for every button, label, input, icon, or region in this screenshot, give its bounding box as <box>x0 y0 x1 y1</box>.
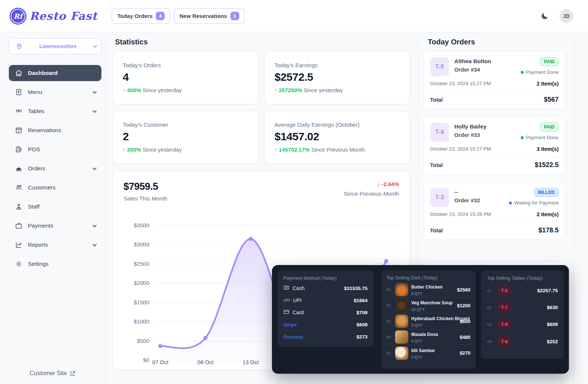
svg-text:$3000: $3000 <box>134 241 149 247</box>
status-badge: PAID <box>540 123 559 131</box>
sidebar-item-orders[interactable]: Orders <box>9 160 101 177</box>
divider <box>430 222 559 222</box>
sidebar-item-pos[interactable]: POS <box>9 141 101 157</box>
sidebar-item-customers[interactable]: Customers <box>9 180 101 196</box>
sidebar-item-label: Orders <box>28 165 45 172</box>
calendar-check-icon <box>15 127 23 134</box>
payment-method-panel: Payment Method (Today) Cash $31535.75 UP… <box>277 271 373 347</box>
dish-amount: $1200 <box>457 303 470 308</box>
stat-title: Today's Orders <box>123 62 248 69</box>
stat-card-average-daily-earnings: Average Daily Earnings (October) $1457.0… <box>265 111 410 164</box>
order-items-count: 2 Item(s) <box>537 81 559 87</box>
customer-site-link[interactable]: Customer Site <box>9 370 101 377</box>
user-avatar[interactable]: JD <box>559 9 573 23</box>
order-number: Order #33 <box>454 132 487 138</box>
sidebar-item-dashboard[interactable]: Dashboard <box>9 65 101 81</box>
today-orders-heading: Today Orders <box>428 38 565 46</box>
stat-title: Average Daily Earnings (October) <box>275 122 400 128</box>
svg-text:$2500: $2500 <box>134 261 149 267</box>
dish-row: #3 Hyderabadi Chicken Biryani2 QTY $600 <box>386 314 470 329</box>
total-amount: $178.5 <box>538 227 559 234</box>
users-icon <box>15 184 23 191</box>
dish-photo <box>395 315 408 328</box>
stat-cards: Today's Orders 4 ↑400%Since yesterday To… <box>113 51 410 164</box>
stat-card-todays-earnings: Today's Earnings $2572.5 ↑257250%Since y… <box>265 51 410 104</box>
total-label: Total <box>430 97 443 103</box>
order-number: Order #34 <box>454 66 491 73</box>
order-date: October 23, 2024 15:26 PM <box>430 211 491 217</box>
svg-text:$3500: $3500 <box>134 222 149 228</box>
sidebar-item-staff[interactable]: Staff <box>9 199 101 215</box>
new-reservations-count-badge: 1 <box>230 12 239 20</box>
stat-card-todays-orders: Today's Orders 4 ↑400%Since yesterday <box>113 51 258 104</box>
dish-name: Idli Sambar <box>411 348 435 353</box>
top-selling-tables-title: Top Selling Tables (Today) <box>487 275 558 281</box>
dish-row: #1 Butter Chicken8 QTY $2560 <box>386 282 470 298</box>
dark-mode-toggle[interactable] <box>540 12 549 21</box>
total-amount: $567 <box>544 96 559 104</box>
table-amount: $609 <box>547 322 558 327</box>
chevron-down-icon <box>93 109 97 113</box>
table-rank-row: #4 T-6 $252 <box>487 333 558 350</box>
svg-text:$2000: $2000 <box>134 280 149 286</box>
svg-text:$1000: $1000 <box>134 318 149 325</box>
order-card[interactable]: T-9 Althea Bolton Order #34 PAID Payment… <box>424 51 565 109</box>
insights-overlay: Payment Method (Today) Cash $31535.75 UP… <box>272 265 569 374</box>
rank-label: #2 <box>487 305 493 310</box>
sidebar-item-label: Menu <box>28 89 42 95</box>
stat-value: $2572.5 <box>275 71 400 83</box>
arrow-up-icon: ↑ <box>275 146 277 153</box>
sidebar-item-label: Settings <box>28 261 49 267</box>
payment-row: UPIUPI $1664 <box>283 294 368 307</box>
location-pin-icon <box>16 43 23 50</box>
order-card[interactable]: T-3 -- Order #32 BILLED Waiting for Paym… <box>424 182 565 240</box>
payment-status-note: Payment Done <box>526 69 559 75</box>
total-label: Total <box>430 227 443 233</box>
order-items-count: 3 Item(s) <box>537 146 559 152</box>
sidebar-item-menu[interactable]: Menu <box>9 84 101 100</box>
sidebar-item-reports[interactable]: Reports <box>9 237 101 253</box>
rank-label: #4 <box>386 335 392 339</box>
table-badge: T-3 <box>430 188 449 207</box>
logo-mark-icon: Rf <box>10 8 26 25</box>
location-selector[interactable]: Lawrenceshire <box>9 38 101 54</box>
moon-icon <box>540 12 549 21</box>
pos-terminal-icon <box>15 146 23 153</box>
stat-value: 2 <box>123 130 248 143</box>
today-orders-button-label: Today Orders <box>117 13 153 19</box>
sidebar-item-payments[interactable]: Payments <box>9 218 101 234</box>
staff-person-icon <box>15 203 23 210</box>
order-card[interactable]: T-4 Holly Bailey Order #33 PAID Payment … <box>424 117 565 174</box>
stat-title: Today's Earnings <box>275 62 400 69</box>
payment-amount: $709 <box>356 310 368 315</box>
status-dot-icon <box>509 202 512 204</box>
total-label: Total <box>430 162 443 168</box>
statistics-heading: Statistics <box>115 38 410 46</box>
sidebar-item-tables[interactable]: Tables <box>9 103 101 119</box>
order-number: Order #32 <box>454 197 480 203</box>
table-badge: T-4 <box>430 123 449 142</box>
app-logo: Rf Resto Fast <box>10 8 112 25</box>
card-icon <box>283 309 290 316</box>
new-reservations-button[interactable]: New Reservations 1 <box>174 8 244 24</box>
sidebar-item-label: Customers <box>28 184 55 191</box>
dish-amount: $600 <box>460 319 470 324</box>
arrow-up-icon: ↑ <box>275 87 277 93</box>
top-selling-dish-title: Top Selling Dish (Today) <box>386 275 470 280</box>
sidebar: Lawrenceshire Dashboard Menu Tables <box>0 32 106 384</box>
sidebar-item-label: Dashboard <box>28 70 58 76</box>
payment-row: Razorpay $273 <box>283 331 368 343</box>
chevron-down-icon <box>93 90 97 94</box>
sidebar-nav: Dashboard Menu Tables Reservations <box>9 65 101 272</box>
stat-value: $1457.02 <box>275 130 400 143</box>
rank-label: #4 <box>487 339 493 344</box>
sidebar-item-settings[interactable]: Settings <box>9 256 101 272</box>
app-root: Rf Resto Fast Today Orders 4 New Reserva… <box>0 0 588 384</box>
payment-amount: $609 <box>356 322 368 327</box>
today-orders-button[interactable]: Today Orders 4 <box>112 8 170 24</box>
table-badge: T-7 <box>497 302 512 313</box>
table-amount: $2257.75 <box>537 288 558 293</box>
chevron-down-icon <box>93 242 97 246</box>
rank-label: #3 <box>487 322 493 327</box>
sidebar-item-reservations[interactable]: Reservations <box>9 122 101 138</box>
